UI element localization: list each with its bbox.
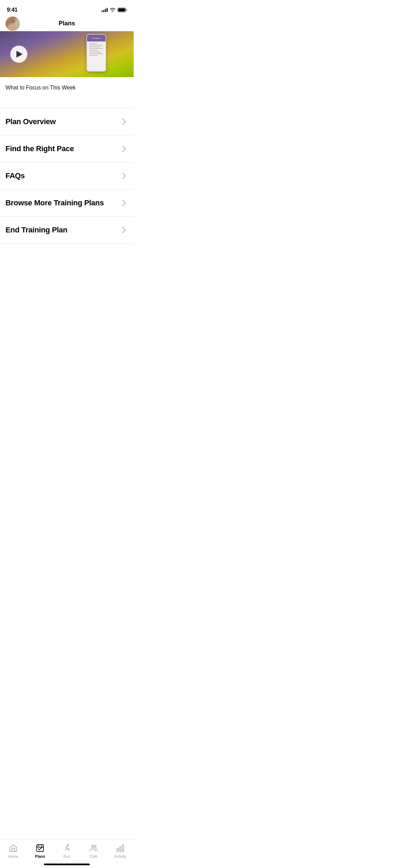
play-button[interactable] [10, 46, 27, 63]
status-bar: 9:41 [0, 0, 134, 17]
section-label: What to Focus on This Week [0, 77, 134, 108]
menu-item-browse-more-label: Browse More Training Plans [5, 198, 104, 207]
chevron-icon-faqs [120, 172, 128, 180]
menu-item-find-right-pace-label: Find the Right Pace [5, 144, 74, 153]
content: What to Focus on This Week Plan Overview… [0, 77, 134, 278]
menu-item-faqs-label: FAQs [5, 171, 25, 180]
menu-item-end-plan[interactable]: End Training Plan [0, 217, 134, 243]
avatar[interactable] [5, 16, 20, 31]
chevron-icon-browse-more [120, 199, 128, 207]
svg-rect-1 [118, 9, 125, 12]
hero-image: Get Started [0, 31, 134, 77]
menu-item-find-right-pace[interactable]: Find the Right Pace [0, 135, 134, 162]
page-title: Plans [59, 20, 75, 27]
menu-item-plan-overview[interactable]: Plan Overview [0, 108, 134, 135]
play-icon [16, 51, 23, 58]
menu-item-plan-overview-label: Plan Overview [5, 117, 56, 126]
wifi-icon [110, 8, 116, 12]
status-icons [101, 8, 127, 12]
battery-icon [118, 8, 127, 12]
chevron-icon-find-right-pace [120, 145, 128, 153]
header: Plans [0, 17, 134, 31]
signal-icon [101, 8, 108, 12]
status-time: 9:41 [7, 7, 17, 13]
chevron-icon-plan-overview [120, 118, 128, 126]
menu-item-end-plan-label: End Training Plan [5, 226, 68, 234]
menu-item-browse-more[interactable]: Browse More Training Plans [0, 190, 134, 216]
phone-mockup: Get Started [86, 34, 106, 72]
chevron-icon-end-plan [120, 226, 128, 234]
menu-item-faqs[interactable]: FAQs [0, 162, 134, 189]
